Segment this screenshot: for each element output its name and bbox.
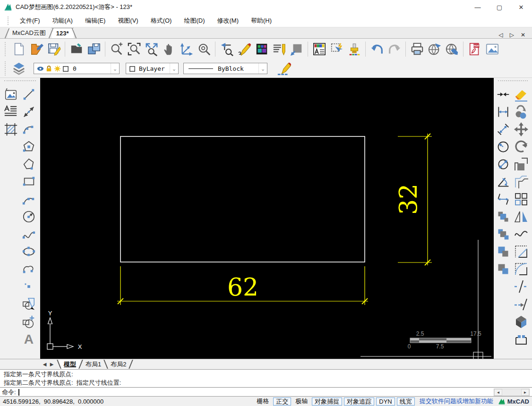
draw-color-pencil-icon[interactable] (275, 60, 292, 77)
print-button[interactable] (408, 41, 426, 58)
drawing-rectangle-entity[interactable] (120, 136, 365, 262)
tab-prev-icon[interactable]: ◁ (498, 32, 503, 38)
save-all-button[interactable] (85, 41, 103, 58)
color-palette-button[interactable] (253, 41, 270, 58)
single-text-button[interactable]: A (21, 332, 36, 346)
explode-button[interactable] (514, 332, 529, 346)
sheet-tab-layout1[interactable]: 布局1 (81, 360, 105, 369)
scroll-left-icon[interactable]: ◄ (494, 389, 502, 396)
command-scrollbar[interactable]: ◄ ► (494, 389, 530, 396)
zoom-center-button[interactable] (195, 41, 213, 58)
menu-view[interactable]: 视图(V) (112, 15, 144, 26)
array-button[interactable] (514, 192, 529, 206)
toggle-lineweight[interactable]: 线宽 (397, 398, 415, 406)
line-button[interactable] (21, 87, 36, 102)
minimize-button[interactable]: — (467, 0, 489, 14)
circle-button[interactable] (21, 210, 36, 224)
construction-line-button[interactable] (21, 105, 36, 119)
dim-radius-button[interactable] (496, 140, 511, 154)
dim-continue-button[interactable] (496, 192, 511, 206)
draworder-back-button[interactable] (496, 262, 511, 276)
fillet-button[interactable] (514, 262, 529, 276)
sheet-tab-model[interactable]: 模型 (60, 360, 80, 369)
zoom-extents-button[interactable] (143, 41, 160, 58)
mirror-button[interactable] (514, 210, 529, 224)
redo-button[interactable] (386, 41, 403, 58)
view-previous-button[interactable] (218, 41, 235, 58)
quick-select-button[interactable] (328, 41, 345, 58)
dimension-horizontal-value[interactable]: 62 (227, 273, 258, 301)
linetype-combo[interactable]: ByBlock ⌄ (183, 63, 267, 74)
zoom-dynamic-button[interactable] (108, 41, 125, 58)
edit-spline-button[interactable] (514, 227, 529, 241)
block-insert-button[interactable] (21, 297, 36, 311)
draworder-front-button[interactable] (496, 245, 511, 259)
insert-image-button[interactable] (3, 87, 18, 102)
rectangle-button[interactable] (21, 175, 36, 189)
chamfer-button[interactable] (514, 245, 529, 259)
menu-help[interactable]: 帮助(H) (245, 15, 278, 26)
lengthen-button[interactable] (514, 297, 529, 311)
menu-file[interactable]: 文件(F) (14, 15, 46, 26)
sketch-button[interactable] (235, 41, 253, 58)
export-pdf-button[interactable]: PDF (466, 41, 483, 58)
open-drawing-button[interactable] (27, 41, 45, 58)
dim-diameter-button[interactable] (496, 157, 511, 171)
menu-function[interactable]: 功能(A) (46, 15, 79, 26)
tab-close-icon[interactable]: ✕ (521, 32, 525, 38)
color-combo-chevron-down-icon[interactable]: ⌄ (170, 63, 178, 74)
toggle-otrack[interactable]: 对象追踪 (344, 398, 374, 406)
arc-3point-button[interactable] (21, 192, 36, 206)
export-image-button[interactable] (483, 41, 501, 58)
ucs-axes-button[interactable] (178, 41, 195, 58)
layer-combo-chevron-down-icon[interactable]: ⌄ (111, 63, 119, 74)
tab-next-icon[interactable]: ▷ (510, 32, 514, 38)
toggle-grid[interactable]: 栅格 (254, 398, 271, 406)
move-button[interactable] (514, 122, 529, 136)
new-file-button[interactable] (10, 41, 27, 58)
doc-tab-mxcad-cloud[interactable]: MxCAD云图 (8, 28, 51, 38)
dim-quick-button[interactable] (496, 87, 511, 102)
cloud-arc-button[interactable] (21, 262, 36, 276)
linetype-combo-chevron-down-icon[interactable]: ⌄ (258, 63, 267, 74)
regular-polygon-button[interactable] (21, 140, 36, 154)
feedback-link[interactable]: 提交软件问题或增加新功能 (420, 397, 493, 406)
toggle-dyn[interactable]: DYN (376, 398, 395, 406)
pan-button[interactable] (160, 41, 178, 58)
menu-draw[interactable]: 绘图(D) (178, 15, 211, 26)
layout-prev-icon[interactable]: ◀ (42, 361, 48, 368)
web-publish-button[interactable] (426, 41, 443, 58)
zoom-window-button[interactable] (125, 41, 143, 58)
maximize-button[interactable]: ▢ (489, 0, 510, 14)
format-brush-button[interactable] (345, 41, 363, 58)
layout-next-icon[interactable]: ▶ (49, 361, 55, 368)
menu-format[interactable]: 格式(O) (145, 15, 178, 26)
doc-tab-drawing-123[interactable]: 123* (51, 28, 74, 38)
hatch-button[interactable] (3, 122, 18, 136)
ellipse-button[interactable] (21, 245, 36, 259)
select-page-button[interactable] (288, 41, 305, 58)
draworder-below-button[interactable] (496, 227, 511, 241)
sheet-tab-layout2[interactable]: 布局2 (106, 360, 130, 369)
block-define-button[interactable] (21, 314, 36, 329)
dim-linear-button[interactable] (496, 105, 511, 119)
text-paragraph-button[interactable] (3, 105, 18, 119)
point-button[interactable] (21, 279, 36, 294)
dimension-vertical-value[interactable]: 32 (394, 184, 422, 215)
box-3d-button[interactable] (514, 314, 529, 329)
undo-button[interactable] (368, 41, 386, 58)
toggle-osnap[interactable]: 对象捕捉 (312, 398, 342, 406)
text-edit-button[interactable] (270, 41, 288, 58)
offset-button[interactable] (514, 175, 529, 189)
polyline-button[interactable] (21, 157, 36, 171)
color-combo[interactable]: ByLayer ⌄ (126, 63, 179, 74)
dim-angular-button[interactable] (496, 175, 511, 189)
spline-button[interactable] (21, 227, 36, 241)
menu-edit[interactable]: 编辑(E) (79, 15, 112, 26)
rotate-button[interactable] (514, 140, 529, 154)
layers-icon[interactable] (10, 60, 27, 77)
scale-button[interactable] (514, 157, 529, 171)
close-button[interactable]: ✕ (510, 0, 532, 14)
break-button[interactable] (514, 279, 529, 294)
drawing-canvas[interactable]: 62 32 Y X 2.5 17.5 0 7. (40, 78, 494, 359)
